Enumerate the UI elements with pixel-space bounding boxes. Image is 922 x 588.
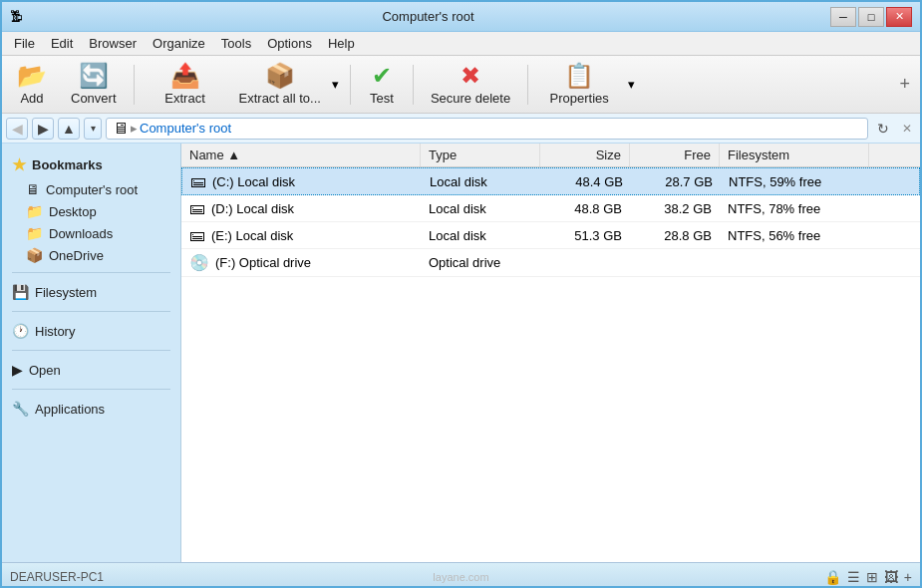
file-free-cell — [630, 259, 720, 267]
col-header-free[interactable]: Free — [630, 144, 720, 166]
extract-icon: 📤 — [170, 64, 200, 88]
path-dropdown[interactable]: ▾ — [84, 118, 102, 140]
history-icon: 🕐 — [12, 323, 29, 339]
add-icon: 📂 — [17, 64, 47, 88]
properties-group: 📋 Properties ▾ — [534, 60, 640, 110]
add-pane-icon[interactable]: + — [904, 569, 912, 585]
table-row[interactable]: 💿 (F:) Optical drive Optical drive — [181, 249, 920, 277]
menu-help[interactable]: Help — [320, 34, 363, 53]
file-fs-cell: NTFS, 56% free — [720, 224, 869, 247]
thumbnail-view-icon[interactable]: 🖼 — [884, 569, 898, 585]
sidebar-item-onedrive[interactable]: 📦 OneDrive — [2, 244, 180, 266]
bookmarks-header[interactable]: ★ Bookmarks — [2, 151, 180, 178]
test-icon: ✔ — [372, 64, 392, 88]
table-row[interactable]: 🖴 (D:) Local disk Local disk 48.8 GB 38.… — [181, 195, 920, 222]
extract-all-arrow[interactable]: ▾ — [328, 60, 344, 110]
file-rows-container: 🖴 (C:) Local disk Local disk 48.4 GB 28.… — [181, 167, 920, 277]
lock-icon[interactable]: 🔒 — [824, 569, 841, 585]
test-label: Test — [370, 91, 394, 106]
convert-button[interactable]: 🔄 Convert — [60, 60, 128, 110]
file-type-cell: Optical drive — [421, 251, 540, 274]
drive-name: (F:) Optical drive — [215, 255, 311, 270]
menu-edit[interactable]: Edit — [43, 34, 81, 53]
back-button[interactable]: ◀ — [6, 118, 28, 140]
statusbar: DEARUSER-PC1 layane.com 🔒 ☰ ⊞ 🖼 + — [2, 562, 920, 588]
menu-browser[interactable]: Browser — [81, 34, 145, 53]
file-free-cell: 28.7 GB — [631, 170, 721, 193]
table-row[interactable]: 🖴 (E:) Local disk Local disk 51.3 GB 28.… — [181, 222, 920, 249]
add-label: Add — [20, 91, 43, 106]
sidebar-item-downloads[interactable]: 📁 Downloads — [2, 222, 180, 244]
extract-button[interactable]: 📤 Extract — [141, 60, 230, 110]
sidebar-item-computers-root[interactable]: 🖥 Computer's root — [2, 178, 180, 200]
sidebar: ★ Bookmarks 🖥 Computer's root 📁 Desktop … — [2, 144, 181, 562]
grid-view-icon[interactable]: ⊞ — [866, 569, 878, 585]
extract-group: 📤 Extract — [141, 60, 230, 110]
sidebar-history[interactable]: 🕐 History — [2, 318, 180, 344]
window-title: Computer's root — [26, 9, 830, 24]
col-header-size[interactable]: Size — [540, 144, 630, 166]
sidebar-filesystem[interactable]: 💾 Filesystem — [2, 279, 180, 305]
file-fs-cell: NTFS, 78% free — [720, 197, 869, 220]
file-name-cell: 🖴 (E:) Local disk — [181, 222, 421, 248]
sidebar-divider-4 — [12, 389, 170, 390]
sidebar-item-desktop[interactable]: 📁 Desktop — [2, 200, 180, 222]
minimize-button[interactable]: ─ — [830, 7, 856, 27]
menu-options[interactable]: Options — [259, 34, 320, 53]
properties-arrow[interactable]: ▾ — [624, 60, 640, 110]
toolbar-more[interactable]: + — [893, 74, 916, 95]
col-header-name[interactable]: Name ▲ — [181, 144, 421, 166]
add-button[interactable]: 📂 Add — [6, 60, 58, 110]
table-row[interactable]: 🖴 (C:) Local disk Local disk 48.4 GB 28.… — [181, 167, 920, 195]
sidebar-open[interactable]: ▶ Open — [2, 357, 180, 383]
drive-name: (C:) Local disk — [212, 174, 295, 189]
menubar: File Edit Browser Organize Tools Options… — [2, 32, 920, 56]
separator-4 — [527, 65, 528, 105]
convert-icon: 🔄 — [79, 64, 109, 88]
local-disk-icon: 🖴 — [190, 172, 206, 190]
onedrive-icon: 📦 — [26, 247, 43, 263]
extract-all-group: 📦 Extract all to... ▾ — [232, 60, 344, 110]
file-free-cell: 38.2 GB — [630, 197, 720, 220]
properties-button[interactable]: 📋 Properties — [534, 60, 624, 110]
drive-name: (D:) Local disk — [211, 201, 294, 216]
file-free-cell: 28.8 GB — [630, 224, 720, 247]
menu-tools[interactable]: Tools — [213, 34, 259, 53]
toolbar: 📂 Add 🔄 Convert 📤 Extract 📦 Extract all … — [2, 56, 920, 114]
properties-icon: 📋 — [564, 64, 594, 88]
drive-root-icon: 🖥 — [113, 120, 129, 138]
file-size-cell: 51.3 GB — [540, 224, 630, 247]
list-view-icon[interactable]: ☰ — [847, 569, 860, 585]
convert-label: Convert — [71, 91, 117, 106]
restore-button[interactable]: □ — [858, 7, 884, 27]
file-list-header: Name ▲ Type Size Free Filesystem — [181, 144, 920, 167]
file-type-cell: Local disk — [422, 170, 541, 193]
extract-all-button[interactable]: 📦 Extract all to... — [232, 60, 328, 110]
filesystem-label: Filesystem — [35, 285, 97, 300]
titlebar: 🗜 Computer's root ─ □ ✕ — [2, 2, 920, 32]
menu-organize[interactable]: Organize — [145, 34, 213, 53]
address-path[interactable]: 🖥 ▸ Computer's root — [106, 118, 868, 140]
test-button[interactable]: ✔ Test — [357, 60, 407, 110]
file-fs-cell: NTFS, 59% free — [721, 170, 870, 193]
filesystem-icon: 💾 — [12, 284, 29, 300]
local-disk-icon: 🖴 — [189, 226, 205, 244]
secure-delete-button[interactable]: ✖ Secure delete — [420, 60, 521, 110]
applications-label: Applications — [35, 402, 105, 417]
main-area: ★ Bookmarks 🖥 Computer's root 📁 Desktop … — [2, 144, 920, 562]
watermark: layane.com — [433, 571, 488, 583]
up-button[interactable]: ▲ — [58, 118, 80, 140]
sidebar-applications[interactable]: 🔧 Applications — [2, 396, 180, 422]
address-close-button[interactable]: ✕ — [898, 120, 916, 138]
col-header-filesystem[interactable]: Filesystem — [720, 144, 869, 166]
close-button[interactable]: ✕ — [886, 7, 912, 27]
menu-file[interactable]: File — [6, 34, 43, 53]
secure-delete-icon: ✖ — [461, 64, 480, 88]
col-header-type[interactable]: Type — [421, 144, 540, 166]
local-disk-icon: 🖴 — [189, 199, 205, 217]
forward-button[interactable]: ▶ — [32, 118, 54, 140]
file-size-cell: 48.4 GB — [541, 170, 631, 193]
path-segment[interactable]: Computer's root — [140, 121, 231, 136]
refresh-button[interactable]: ↻ — [872, 118, 894, 140]
file-name-cell: 🖴 (D:) Local disk — [181, 195, 421, 221]
